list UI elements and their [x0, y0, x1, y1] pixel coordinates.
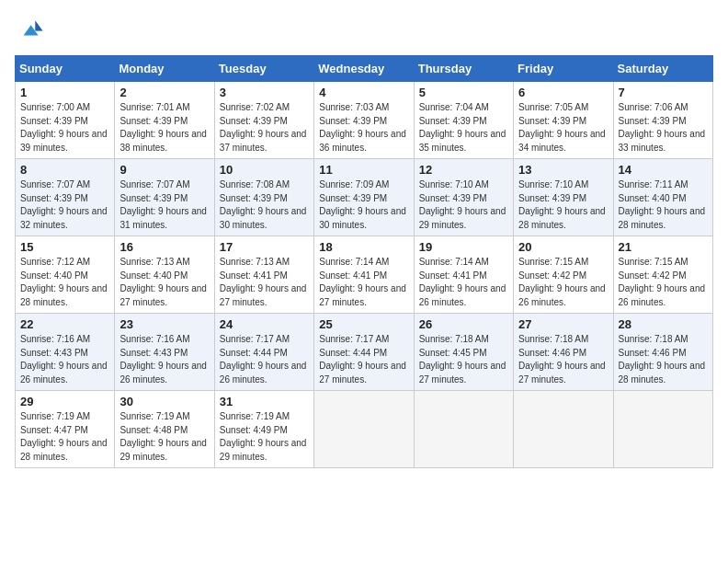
day-info: Sunrise: 7:17 AMSunset: 4:44 PMDaylight:…	[220, 333, 309, 386]
day-info: Sunrise: 7:03 AMSunset: 4:39 PMDaylight:…	[319, 101, 408, 155]
calendar-header-row: SundayMondayTuesdayWednesdayThursdayFrid…	[16, 56, 713, 82]
calendar-cell: 29Sunrise: 7:19 AMSunset: 4:47 PMDayligh…	[16, 391, 115, 468]
day-info: Sunrise: 7:16 AMSunset: 4:43 PMDaylight:…	[20, 333, 109, 386]
calendar-cell: 16Sunrise: 7:13 AMSunset: 4:40 PMDayligh…	[115, 236, 214, 314]
day-number: 29	[20, 395, 109, 408]
day-info: Sunrise: 7:08 AMSunset: 4:39 PMDaylight:…	[220, 178, 309, 232]
calendar-cell	[514, 391, 613, 468]
calendar-cell: 14Sunrise: 7:11 AMSunset: 4:40 PMDayligh…	[613, 159, 712, 236]
day-info: Sunrise: 7:07 AMSunset: 4:39 PMDaylight:…	[119, 178, 209, 232]
weekday-header-tuesday: Tuesday	[214, 56, 313, 82]
day-number: 12	[419, 163, 508, 177]
calendar-cell: 23Sunrise: 7:16 AMSunset: 4:43 PMDayligh…	[115, 314, 214, 391]
day-number: 10	[220, 163, 309, 177]
calendar-cell: 3Sunrise: 7:02 AMSunset: 4:39 PMDaylight…	[214, 82, 313, 159]
day-number: 21	[619, 240, 708, 254]
calendar-cell: 13Sunrise: 7:10 AMSunset: 4:39 PMDayligh…	[514, 159, 613, 236]
calendar-cell: 2Sunrise: 7:01 AMSunset: 4:39 PMDaylight…	[115, 82, 214, 159]
calendar-cell: 31Sunrise: 7:19 AMSunset: 4:49 PMDayligh…	[214, 391, 313, 468]
day-number: 11	[319, 163, 408, 177]
day-number: 8	[20, 163, 109, 177]
logo	[15, 15, 48, 44]
calendar-week-2: 8Sunrise: 7:07 AMSunset: 4:39 PMDaylight…	[16, 159, 713, 236]
weekday-header-wednesday: Wednesday	[314, 56, 414, 82]
weekday-header-friday: Friday	[514, 56, 613, 82]
calendar-cell	[314, 391, 414, 468]
logo-icon	[15, 15, 44, 44]
day-number: 2	[119, 86, 209, 99]
calendar-table: SundayMondayTuesdayWednesdayThursdayFrid…	[15, 55, 713, 468]
day-number: 30	[119, 395, 209, 408]
weekday-header-sunday: Sunday	[16, 56, 115, 82]
calendar-cell: 21Sunrise: 7:15 AMSunset: 4:42 PMDayligh…	[613, 236, 712, 314]
calendar-cell: 12Sunrise: 7:10 AMSunset: 4:39 PMDayligh…	[414, 159, 513, 236]
day-info: Sunrise: 7:19 AMSunset: 4:47 PMDaylight:…	[20, 410, 109, 464]
day-number: 23	[119, 317, 209, 331]
calendar-cell	[613, 391, 712, 468]
day-number: 19	[419, 240, 508, 254]
day-number: 22	[20, 317, 109, 331]
day-number: 31	[220, 395, 309, 408]
day-info: Sunrise: 7:19 AMSunset: 4:48 PMDaylight:…	[119, 410, 209, 464]
day-info: Sunrise: 7:10 AMSunset: 4:39 PMDaylight:…	[518, 178, 608, 232]
day-number: 1	[20, 86, 109, 99]
day-number: 3	[220, 86, 309, 99]
day-info: Sunrise: 7:00 AMSunset: 4:39 PMDaylight:…	[20, 101, 109, 155]
day-info: Sunrise: 7:12 AMSunset: 4:40 PMDaylight:…	[20, 256, 109, 309]
svg-marker-1	[35, 20, 42, 30]
day-number: 24	[220, 317, 309, 331]
day-info: Sunrise: 7:13 AMSunset: 4:41 PMDaylight:…	[220, 256, 309, 309]
page-header	[15, 15, 713, 44]
day-info: Sunrise: 7:17 AMSunset: 4:44 PMDaylight:…	[319, 333, 408, 386]
day-number: 5	[419, 86, 508, 99]
calendar-cell: 20Sunrise: 7:15 AMSunset: 4:42 PMDayligh…	[514, 236, 613, 314]
calendar-week-1: 1Sunrise: 7:00 AMSunset: 4:39 PMDaylight…	[16, 82, 713, 159]
weekday-header-thursday: Thursday	[414, 56, 513, 82]
day-info: Sunrise: 7:10 AMSunset: 4:39 PMDaylight:…	[419, 178, 508, 232]
calendar-cell: 22Sunrise: 7:16 AMSunset: 4:43 PMDayligh…	[16, 314, 115, 391]
day-info: Sunrise: 7:14 AMSunset: 4:41 PMDaylight:…	[419, 256, 508, 309]
calendar-cell: 17Sunrise: 7:13 AMSunset: 4:41 PMDayligh…	[214, 236, 313, 314]
calendar-cell: 10Sunrise: 7:08 AMSunset: 4:39 PMDayligh…	[214, 159, 313, 236]
day-number: 26	[419, 317, 508, 331]
day-info: Sunrise: 7:04 AMSunset: 4:39 PMDaylight:…	[419, 101, 508, 155]
day-number: 7	[619, 86, 708, 99]
day-info: Sunrise: 7:01 AMSunset: 4:39 PMDaylight:…	[119, 101, 209, 155]
day-number: 18	[319, 240, 408, 254]
weekday-header-saturday: Saturday	[613, 56, 712, 82]
calendar-cell: 27Sunrise: 7:18 AMSunset: 4:46 PMDayligh…	[514, 314, 613, 391]
day-info: Sunrise: 7:18 AMSunset: 4:45 PMDaylight:…	[419, 333, 508, 386]
calendar-cell: 26Sunrise: 7:18 AMSunset: 4:45 PMDayligh…	[414, 314, 513, 391]
day-number: 28	[619, 317, 708, 331]
day-number: 6	[518, 86, 608, 99]
day-number: 27	[518, 317, 608, 331]
calendar-week-4: 22Sunrise: 7:16 AMSunset: 4:43 PMDayligh…	[16, 314, 713, 391]
calendar-cell: 5Sunrise: 7:04 AMSunset: 4:39 PMDaylight…	[414, 82, 513, 159]
calendar-cell: 24Sunrise: 7:17 AMSunset: 4:44 PMDayligh…	[214, 314, 313, 391]
day-info: Sunrise: 7:11 AMSunset: 4:40 PMDaylight:…	[619, 178, 708, 232]
calendar-cell: 19Sunrise: 7:14 AMSunset: 4:41 PMDayligh…	[414, 236, 513, 314]
day-number: 17	[220, 240, 309, 254]
day-info: Sunrise: 7:05 AMSunset: 4:39 PMDaylight:…	[518, 101, 608, 155]
day-info: Sunrise: 7:16 AMSunset: 4:43 PMDaylight:…	[119, 333, 209, 386]
calendar-cell: 7Sunrise: 7:06 AMSunset: 4:39 PMDaylight…	[613, 82, 712, 159]
calendar-cell: 8Sunrise: 7:07 AMSunset: 4:39 PMDaylight…	[16, 159, 115, 236]
calendar-cell: 15Sunrise: 7:12 AMSunset: 4:40 PMDayligh…	[16, 236, 115, 314]
weekday-header-monday: Monday	[115, 56, 214, 82]
calendar-cell: 9Sunrise: 7:07 AMSunset: 4:39 PMDaylight…	[115, 159, 214, 236]
day-number: 20	[518, 240, 608, 254]
day-info: Sunrise: 7:15 AMSunset: 4:42 PMDaylight:…	[619, 256, 708, 309]
calendar-cell: 25Sunrise: 7:17 AMSunset: 4:44 PMDayligh…	[314, 314, 414, 391]
day-info: Sunrise: 7:14 AMSunset: 4:41 PMDaylight:…	[319, 256, 408, 309]
calendar-cell: 6Sunrise: 7:05 AMSunset: 4:39 PMDaylight…	[514, 82, 613, 159]
day-info: Sunrise: 7:07 AMSunset: 4:39 PMDaylight:…	[20, 178, 109, 232]
day-info: Sunrise: 7:13 AMSunset: 4:40 PMDaylight:…	[119, 256, 209, 309]
day-info: Sunrise: 7:15 AMSunset: 4:42 PMDaylight:…	[518, 256, 608, 309]
calendar-cell: 18Sunrise: 7:14 AMSunset: 4:41 PMDayligh…	[314, 236, 414, 314]
calendar-cell: 11Sunrise: 7:09 AMSunset: 4:39 PMDayligh…	[314, 159, 414, 236]
day-number: 14	[619, 163, 708, 177]
day-info: Sunrise: 7:06 AMSunset: 4:39 PMDaylight:…	[619, 101, 708, 155]
calendar-week-5: 29Sunrise: 7:19 AMSunset: 4:47 PMDayligh…	[16, 391, 713, 468]
day-number: 15	[20, 240, 109, 254]
day-info: Sunrise: 7:02 AMSunset: 4:39 PMDaylight:…	[220, 101, 309, 155]
